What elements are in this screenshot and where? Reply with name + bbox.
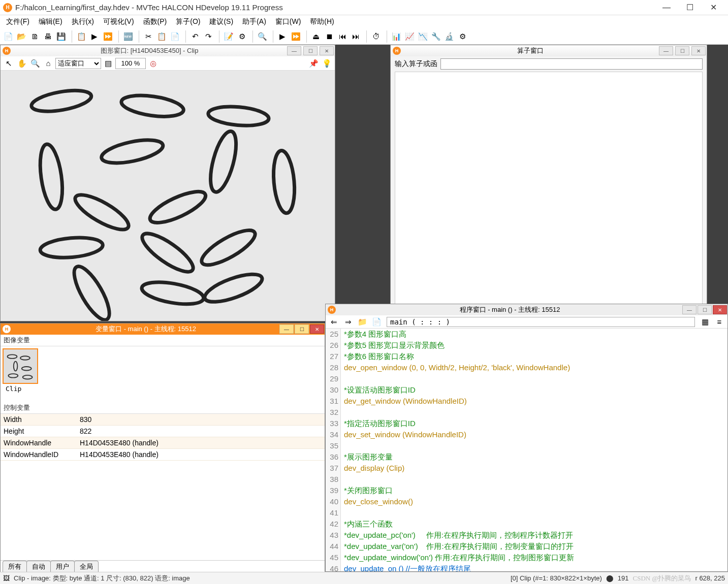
toolbar-button[interactable]: ↶: [189, 30, 201, 43]
zoom-value-input[interactable]: [115, 58, 146, 69]
toolbar-button[interactable]: 💾: [55, 30, 67, 43]
program-minimize-button[interactable]: —: [682, 305, 697, 314]
code-line[interactable]: 42*内涵三个函数: [326, 518, 727, 530]
code-line[interactable]: 36*展示图形变量: [326, 451, 727, 463]
code-line[interactable]: 35: [326, 440, 727, 451]
toolbar-button[interactable]: 📄: [169, 30, 181, 43]
bulb-icon[interactable]: 💡: [321, 57, 333, 70]
toolbar-button[interactable]: 🖶: [42, 30, 54, 43]
menu-item[interactable]: 可视化(V): [99, 16, 138, 27]
code-line[interactable]: 31dev_get_window (WindowHandleID): [326, 396, 727, 407]
code-line[interactable]: 29: [326, 373, 727, 384]
list-icon[interactable]: ≡: [713, 316, 725, 328]
toolbar-button[interactable]: ⚙: [456, 30, 468, 43]
toolbar-button[interactable]: 🔬: [443, 30, 455, 43]
toolbar-button[interactable]: 📋: [155, 30, 168, 43]
pin-icon[interactable]: 📌: [307, 57, 320, 70]
operator-search-input[interactable]: [440, 58, 703, 70]
target-icon[interactable]: ◎: [147, 57, 159, 70]
grid-icon[interactable]: ▦: [699, 316, 711, 328]
toolbar-button[interactable]: 📈: [403, 30, 416, 43]
operator-close-button[interactable]: ✕: [691, 46, 706, 55]
menu-item[interactable]: 执行(x): [68, 16, 98, 27]
home-icon[interactable]: ⌂: [42, 57, 54, 70]
forward-icon[interactable]: ⇒: [342, 316, 354, 328]
menu-item[interactable]: 函数(P): [139, 16, 171, 27]
menu-item[interactable]: 帮助(H): [306, 16, 338, 27]
graphics-maximize-button[interactable]: ☐: [303, 46, 318, 55]
variable-window-header[interactable]: H 变量窗口 - main () - 主线程: 15512 — ☐ ✕: [1, 323, 325, 335]
variable-minimize-button[interactable]: —: [279, 325, 294, 334]
clip-thumbnail[interactable]: [3, 348, 38, 384]
toolbar-button[interactable]: ⚙: [236, 30, 248, 43]
folder-icon[interactable]: 📁: [356, 316, 368, 328]
toolbar-button[interactable]: 🗎: [28, 30, 41, 43]
program-maximize-button[interactable]: ☐: [698, 305, 712, 314]
pan-icon[interactable]: ✋: [16, 57, 28, 70]
graphics-canvas[interactable]: [1, 71, 335, 321]
toolbar-button[interactable]: ⏩: [290, 30, 302, 43]
variable-tab[interactable]: 全局: [74, 561, 99, 572]
toolbar-button[interactable]: ✂: [142, 30, 154, 43]
menu-item[interactable]: 建议(S): [205, 16, 237, 27]
variable-row[interactable]: WindowHandleH14D0453E480 (handle): [1, 437, 325, 449]
variable-row[interactable]: Width830: [1, 414, 325, 426]
code-line[interactable]: 37dev_display (Clip): [326, 463, 727, 474]
variable-row[interactable]: WindowHandleIDH14D0453E480 (handle): [1, 449, 325, 461]
code-line[interactable]: 27*参数6 图形窗口名称: [326, 351, 727, 362]
toolbar-button[interactable]: ⏭: [350, 30, 362, 43]
operator-window-header[interactable]: H 算子窗口 — ☐ ✕: [391, 45, 707, 56]
code-line[interactable]: 30*设置活动图形窗口ID: [326, 384, 727, 396]
toolbar-button[interactable]: 📊: [390, 30, 402, 43]
menu-item[interactable]: 编辑(E): [35, 16, 67, 27]
histogram-icon[interactable]: ▤: [102, 57, 114, 70]
code-line[interactable]: 45*dev_update_window('on') 作用:在程序执行期间，控制…: [326, 552, 727, 563]
variable-row[interactable]: Height822: [1, 426, 325, 437]
menu-item[interactable]: 窗口(W): [271, 16, 305, 27]
operator-maximize-button[interactable]: ☐: [675, 46, 689, 55]
toolbar-button[interactable]: ⏏: [310, 30, 322, 43]
variable-maximize-button[interactable]: ☐: [295, 325, 309, 334]
toolbar-button[interactable]: 🔧: [430, 30, 442, 43]
menu-item[interactable]: 算子(O): [172, 16, 204, 27]
toolbar-button[interactable]: ⏩: [102, 30, 114, 43]
code-line[interactable]: 28dev_open_window (0, 0, Width/2, Height…: [326, 362, 727, 373]
toolbar-button[interactable]: ▶: [276, 30, 289, 43]
code-line[interactable]: 32: [326, 407, 727, 418]
code-line[interactable]: 44*dev_update_var('on') 作用:在程序执行期间，控制变量窗…: [326, 541, 727, 552]
code-line[interactable]: 25*参数4 图形窗口高: [326, 329, 727, 340]
close-button[interactable]: ✕: [702, 0, 725, 15]
maximize-button[interactable]: ☐: [678, 0, 702, 15]
variable-tab[interactable]: 所有: [3, 561, 27, 572]
code-line[interactable]: 39*关闭图形窗口: [326, 485, 727, 496]
zoom-icon[interactable]: 🔍: [29, 57, 41, 70]
toolbar-button[interactable]: 📂: [15, 30, 27, 43]
fit-window-select[interactable]: 适应窗口: [55, 58, 101, 69]
program-breadcrumb[interactable]: main ( : : : ): [387, 317, 695, 327]
toolbar-button[interactable]: ▶: [88, 30, 101, 43]
toolbar-button[interactable]: ⏱: [370, 30, 382, 43]
toolbar-button[interactable]: 🔍: [256, 30, 268, 43]
toolbar-button[interactable]: ⏮: [336, 30, 349, 43]
minimize-button[interactable]: —: [655, 0, 678, 15]
code-line[interactable]: 38: [326, 474, 727, 485]
toolbar-button[interactable]: 📝: [223, 30, 235, 43]
code-line[interactable]: 34dev_set_window (WindowHandleID): [326, 429, 727, 440]
back-icon[interactable]: ⇐: [328, 316, 340, 328]
operator-minimize-button[interactable]: —: [659, 46, 673, 55]
menu-item[interactable]: 文件(F): [2, 16, 34, 27]
toolbar-button[interactable]: 📉: [417, 30, 429, 43]
program-close-button[interactable]: ✕: [713, 305, 727, 314]
doc-icon[interactable]: 📄: [370, 316, 383, 328]
graphics-window-header[interactable]: H 图形窗口: [H14D0453E450] - Clip — ☐ ✕: [1, 45, 335, 56]
toolbar-button[interactable]: 📄: [2, 30, 14, 43]
graphics-close-button[interactable]: ✕: [320, 46, 334, 55]
code-line[interactable]: 41: [326, 507, 727, 518]
toolbar-button[interactable]: 🆕: [122, 30, 134, 43]
code-line[interactable]: 46dev_update_on () //一般放在程序结尾: [326, 563, 727, 571]
code-line[interactable]: 43*dev_update_pc('on') 作用:在程序执行期间，控制程序计数…: [326, 530, 727, 541]
code-line[interactable]: 26*参数5 图形宽口显示背景颜色: [326, 340, 727, 351]
variable-close-button[interactable]: ✕: [310, 325, 324, 334]
graphics-minimize-button[interactable]: —: [287, 46, 301, 55]
toolbar-button[interactable]: ⏹: [323, 30, 335, 43]
